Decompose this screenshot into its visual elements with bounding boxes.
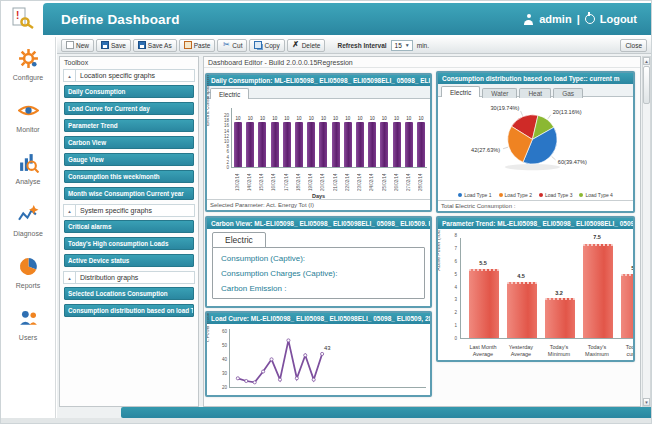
scroll-up-icon[interactable]: ▲ — [643, 57, 650, 65]
trend-bar[interactable] — [545, 298, 575, 338]
toolbox-item-gauge-view[interactable]: Gauge View — [64, 153, 194, 166]
trend-plot-area — [460, 238, 633, 339]
panel-load-curve[interactable]: Load Curve: ML-ELI05098_ ELI05098_ ELI05… — [205, 311, 432, 397]
toolbox-item-load-curve-for-current-day[interactable]: Load Curve for Current day — [64, 102, 194, 115]
vertical-scrollbar[interactable]: ▲ ▼ — [642, 56, 651, 407]
y-tick-label: 5 — [454, 272, 457, 277]
trend-bar-value: 5.5 — [468, 260, 498, 266]
sidebar-item-users[interactable]: Users — [1, 299, 55, 349]
toolbar-button-label: Cut — [232, 42, 242, 49]
consumption-bar[interactable] — [405, 122, 413, 167]
left-nav-rail: ConfigureMonitorAnalyseDiagnoseReportsUs… — [1, 37, 56, 418]
toolbox-item-carbon-view[interactable]: Carbon View — [64, 136, 194, 149]
toolbox-item-critical-alarms[interactable]: Critical alarms — [64, 220, 194, 233]
toolbox-section-location-specific-graphs[interactable]: ▴Location specific graphs — [63, 69, 195, 82]
consumption-bar[interactable] — [295, 122, 303, 167]
bar-value-label: 10 — [382, 116, 387, 121]
trend-bar[interactable] — [507, 282, 537, 338]
close-button[interactable]: Close — [620, 39, 647, 52]
consumption-bar[interactable] — [234, 122, 242, 167]
svg-text:!: ! — [16, 10, 19, 21]
trend-bar-value: 3.2 — [544, 290, 574, 296]
tab-heat[interactable]: Heat — [519, 88, 551, 98]
panel-parameter-trend[interactable]: Parameter Trend: ML-ELI05098_ ELI05098_ … — [436, 216, 635, 362]
bar-column: 10 — [390, 108, 402, 167]
x-date-label: 26/02/14 — [394, 169, 399, 191]
pie-slice-label: 30(19.74%) — [490, 105, 519, 111]
collapse-arrow-icon[interactable]: ▴ — [64, 271, 76, 284]
consumption-bar[interactable] — [319, 122, 327, 167]
sidebar-item-diagnose[interactable]: Diagnose — [1, 195, 55, 245]
toolbox-item-today-s-high-consumption-loads[interactable]: Today's High consumption Loads — [64, 237, 194, 250]
consumption-bar[interactable] — [258, 122, 266, 167]
line-data-point — [321, 352, 324, 355]
refresh-interval-select[interactable]: 15 ▼ — [391, 40, 413, 51]
toolbox-item-consumption-this-week-month[interactable]: Consumption this week/month — [64, 170, 194, 183]
legend-label: Load Type 2 — [505, 192, 532, 198]
line-data-point — [262, 370, 265, 373]
trend-bar[interactable] — [469, 269, 499, 338]
consumption-bar[interactable] — [417, 122, 425, 167]
collapse-arrow-icon[interactable]: ▴ — [64, 204, 76, 217]
consumption-bar[interactable] — [246, 122, 254, 167]
toolbox-item-consumption-distribution-based-on-load-type[interactable]: Consumption distribution based on load T… — [64, 304, 194, 317]
consumption-bar[interactable] — [271, 122, 279, 167]
y-tick-label: 20 — [222, 385, 227, 390]
bar-column: 10 — [378, 108, 390, 167]
consumption-bar[interactable] — [307, 122, 315, 167]
bar-column: 10 — [330, 108, 342, 167]
toolbar-button-label: New — [76, 42, 89, 49]
toolbox-panel: Toolbox ▴Location specific graphsDaily C… — [59, 56, 199, 407]
line-data-point — [245, 379, 248, 382]
toolbox-item-month-wise-consumption-current-year[interactable]: Month wise Consumption Current year — [64, 187, 194, 200]
tab-water[interactable]: Water — [482, 88, 517, 98]
paste-button[interactable]: Paste — [179, 39, 216, 52]
toolbox-item-parameter-trend[interactable]: Parameter Trend — [64, 119, 194, 132]
consumption-bar[interactable] — [283, 122, 291, 167]
tab-electric[interactable]: Electric — [441, 86, 480, 97]
consumption-bar[interactable] — [332, 122, 340, 167]
consumption-bar[interactable] — [344, 122, 352, 167]
load-type-pie-chart: 30(19.74%)20(13.16%)60(39.47%)42(27.63%)… — [438, 99, 633, 200]
tab-electric[interactable]: Electric — [212, 232, 266, 248]
logout-link[interactable]: Logout — [600, 13, 637, 25]
sidebar-item-configure[interactable]: Configure — [1, 39, 55, 89]
refresh-interval-unit: min. — [417, 42, 429, 49]
toolbox-section-distribution-graphs[interactable]: ▴Distribution graphs — [63, 271, 195, 284]
panel-carbon-view[interactable]: Carbon View: ML-ELI05098_ ELI05098_ ELI0… — [205, 216, 432, 308]
toolbox-section-system-specific-graphs[interactable]: ▴System specific graphs — [63, 204, 195, 217]
tab-electric[interactable]: Electric — [210, 88, 249, 99]
collapse-arrow-icon[interactable]: ▴ — [64, 69, 76, 82]
consumption-bar[interactable] — [368, 122, 376, 167]
line-data-point — [304, 354, 307, 357]
toolbox-item-active-device-status[interactable]: Active Device status — [64, 254, 194, 267]
consumption-bar[interactable] — [393, 122, 401, 167]
save-as-button[interactable]: Save As — [133, 39, 177, 52]
bar-value-label: 10 — [297, 116, 302, 121]
toolbox-item-selected-locations-consumption[interactable]: Selected Locations Consumption — [64, 287, 194, 300]
bar-value-label: 10 — [260, 116, 265, 121]
sidebar-item-monitor[interactable]: Monitor — [1, 91, 55, 141]
toolbox-item-daily-consumption[interactable]: Daily Consumption — [64, 85, 194, 98]
panel-daily-consumption[interactable]: Daily Consumption: ML-ELI05098_ ELI05098… — [205, 73, 432, 212]
line-point-label: 43 — [324, 345, 331, 351]
trend-bar[interactable] — [621, 274, 633, 338]
cut-button[interactable]: Cut — [217, 39, 247, 52]
tab-gas[interactable]: Gas — [553, 88, 583, 98]
title-bar: Define Dashboard admin | Logout — [43, 3, 651, 35]
consumption-bar[interactable] — [356, 122, 364, 167]
x-date-cell: 27/02/14 — [403, 169, 415, 191]
scroll-down-icon[interactable]: ▼ — [643, 398, 650, 406]
copy-button[interactable]: Copy — [249, 39, 284, 52]
save-button[interactable]: Save — [96, 39, 131, 52]
new-button[interactable]: New — [61, 39, 94, 52]
pie-slice-label: 20(13.16%) — [553, 109, 582, 115]
vertical-scroll-thumb[interactable] — [643, 66, 650, 104]
trend-bar[interactable] — [583, 244, 613, 338]
panel-consumption-distribution[interactable]: Consumption distribution based on load T… — [436, 71, 635, 213]
sidebar-item-analyse[interactable]: Analyse — [1, 143, 55, 193]
diagnose-graph-icon — [18, 204, 39, 229]
consumption-bar[interactable] — [380, 122, 388, 167]
sidebar-item-reports[interactable]: Reports — [1, 247, 55, 297]
delete-button[interactable]: Delete — [287, 39, 326, 52]
